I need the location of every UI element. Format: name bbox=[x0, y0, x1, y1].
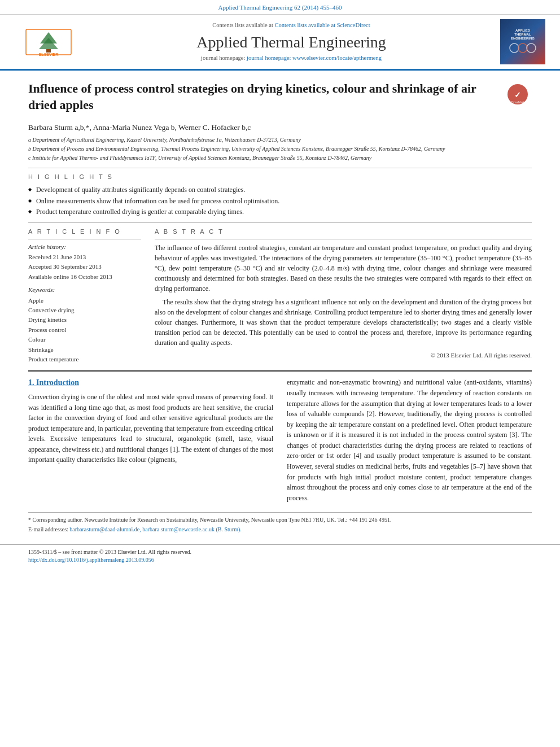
received-date: Received 21 June 2013 bbox=[28, 253, 141, 261]
cover-title-text: APPLIED THERMAL ENGINEERING bbox=[511, 29, 535, 41]
doi-line: http://dx.doi.org/10.1016/j.applthermale… bbox=[28, 556, 532, 564]
article-info-label: A R T I C L E I N F O bbox=[28, 228, 141, 239]
cover-decoration bbox=[506, 41, 540, 55]
main-content-area: Influence of process control strategies … bbox=[0, 71, 560, 544]
abstract-paragraph-2: The results show that the drying strateg… bbox=[155, 297, 532, 348]
authors-text: Barbara Sturm a,b,*, Anna-Maria Nunez Ve… bbox=[28, 123, 251, 132]
affiliation-b: b Department of Process and Environmenta… bbox=[28, 145, 532, 153]
keyword-shrinkage: Shrinkage bbox=[28, 346, 141, 354]
issn-line: 1359-4311/$ – see front matter © 2013 El… bbox=[28, 548, 532, 556]
affiliations-section: a Department of Agricultural Engineering… bbox=[28, 136, 532, 162]
journal-center-info: Contents lists available at Contents lis… bbox=[88, 21, 495, 63]
highlight-item-3: Product temperature controlled drying is… bbox=[28, 207, 532, 217]
journal-title: Applied Thermal Engineering bbox=[88, 31, 495, 53]
affiliation-c: c Institute for Applied Thermo- and Flui… bbox=[28, 154, 532, 162]
article-title-section: Influence of process control strategies … bbox=[28, 76, 532, 117]
section-divider bbox=[28, 370, 532, 372]
elsevier-tree-icon: ELSEVIER bbox=[23, 27, 74, 58]
svg-point-7 bbox=[527, 43, 536, 53]
journal-reference: Applied Thermal Engineering 62 (2014) 45… bbox=[0, 0, 560, 15]
affiliation-a: a Department of Agricultural Engineering… bbox=[28, 136, 532, 144]
article-title: Influence of process control strategies … bbox=[28, 81, 504, 113]
introduction-section: 1. Introduction Convection drying is one… bbox=[28, 377, 532, 506]
keyword-colour: Colour bbox=[28, 335, 141, 344]
highlights-section: H I G H L I G H T S Development of quali… bbox=[28, 173, 532, 217]
journal-homepage-line: journal homepage: journal homepage: www.… bbox=[88, 54, 495, 63]
journal-cover-image: APPLIED THERMAL ENGINEERING bbox=[500, 19, 545, 64]
highlights-list: Development of quality attributes signif… bbox=[28, 185, 532, 217]
keyword-process-control: Process control bbox=[28, 326, 141, 334]
keywords-section: Keywords: Apple Convective drying Drying… bbox=[28, 286, 141, 364]
keyword-convective: Convective drying bbox=[28, 306, 141, 314]
highlights-label: H I G H L I G H T S bbox=[28, 173, 532, 181]
copyright-line: © 2013 Elsevier Ltd. All rights reserved… bbox=[155, 351, 532, 360]
contents-available-line: Contents lists available at Contents lis… bbox=[88, 21, 495, 30]
keywords-label: Keywords: bbox=[28, 286, 141, 294]
footnotes-section: * Corresponding author. Newcastle Instit… bbox=[28, 512, 532, 534]
abstract-column: A B S T R A C T The influence of two dif… bbox=[155, 228, 532, 365]
crossmark-badge[interactable]: ✓ CrossMark bbox=[504, 83, 532, 106]
accepted-date: Accepted 30 September 2013 bbox=[28, 263, 141, 271]
history-label: Article history: bbox=[28, 243, 141, 251]
elsevier-logo-area: ELSEVIER bbox=[9, 27, 88, 58]
journal-cover-thumbnail: APPLIED THERMAL ENGINEERING bbox=[495, 19, 551, 64]
keyword-product-temp: Product temperature bbox=[28, 355, 141, 364]
authors-line: Barbara Sturm a,b,*, Anna-Maria Nunez Ve… bbox=[28, 123, 532, 133]
divider-after-affiliations bbox=[28, 168, 532, 168]
article-title-area: Influence of process control strategies … bbox=[28, 81, 504, 117]
journal-url[interactable]: journal homepage: www.elsevier.com/locat… bbox=[247, 55, 382, 61]
journal-header: ELSEVIER Contents lists available at Con… bbox=[0, 15, 560, 71]
svg-text:ELSEVIER: ELSEVIER bbox=[39, 53, 59, 56]
journal-ref-text: Applied Thermal Engineering 62 (2014) 45… bbox=[218, 4, 342, 11]
svg-text:✓: ✓ bbox=[514, 90, 521, 99]
keyword-drying-kinetics: Drying kinetics bbox=[28, 316, 141, 324]
svg-point-6 bbox=[518, 43, 527, 53]
introduction-left-column: 1. Introduction Convection drying is one… bbox=[28, 377, 273, 506]
email-addresses[interactable]: barbarasturm@daad-alumni.de, barbara.stu… bbox=[69, 526, 241, 532]
article-history: Article history: Received 21 June 2013 A… bbox=[28, 243, 141, 282]
available-date: Available online 16 October 2013 bbox=[28, 273, 141, 281]
introduction-right-text: enzymatic and non-enzymatic browning) an… bbox=[287, 377, 532, 503]
email-label: E-mail addresses: bbox=[28, 526, 68, 532]
highlight-item-2: Online measurements show that informatio… bbox=[28, 196, 532, 206]
abstract-paragraph-1: The influence of two different control s… bbox=[155, 243, 532, 294]
abstract-label: A B S T R A C T bbox=[155, 228, 532, 239]
introduction-heading: 1. Introduction bbox=[28, 377, 273, 388]
doi-link[interactable]: http://dx.doi.org/10.1016/j.applthermale… bbox=[28, 557, 154, 563]
divider-after-highlights bbox=[28, 222, 532, 223]
intro-para-right-1: enzymatic and non-enzymatic browning) an… bbox=[287, 377, 532, 503]
keywords-list: Apple Convective drying Drying kinetics … bbox=[28, 296, 141, 364]
article-info-abstract-section: A R T I C L E I N F O Article history: R… bbox=[28, 228, 532, 365]
crossmark-icon: ✓ CrossMark bbox=[506, 83, 529, 106]
svg-text:CrossMark: CrossMark bbox=[511, 101, 525, 104]
svg-point-5 bbox=[510, 43, 519, 53]
bottom-bar: 1359-4311/$ – see front matter © 2013 El… bbox=[0, 544, 560, 567]
sciencedirect-link[interactable]: Contents lists available at ScienceDirec… bbox=[275, 22, 370, 28]
email-note: E-mail addresses: barbarasturm@daad-alum… bbox=[28, 526, 532, 534]
keyword-apple: Apple bbox=[28, 296, 141, 305]
introduction-right-column: enzymatic and non-enzymatic browning) an… bbox=[287, 377, 532, 506]
highlight-item-1: Development of quality attributes signif… bbox=[28, 185, 532, 195]
article-info-column: A R T I C L E I N F O Article history: R… bbox=[28, 228, 141, 365]
corresponding-author-note: * Corresponding author. Newcastle Instit… bbox=[28, 516, 532, 524]
intro-para-left-1: Convection drying is one of the oldest a… bbox=[28, 392, 273, 465]
introduction-left-text: Convection drying is one of the oldest a… bbox=[28, 392, 273, 465]
abstract-text: The influence of two different control s… bbox=[155, 243, 532, 348]
